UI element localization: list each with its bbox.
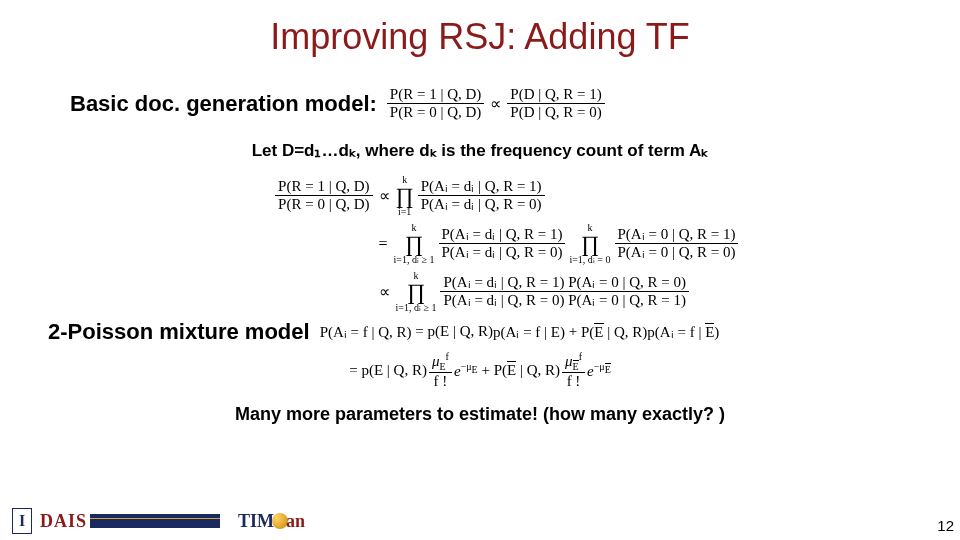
eq1: P(R = 1 | Q, D) P(R = 0 | Q, D) ∝ P(D | … [385, 86, 607, 122]
timan-logo-icon: TIMan [238, 511, 305, 532]
mixture-line: 2-Poisson mixture model P(Aᵢ = f | Q, R)… [48, 319, 960, 345]
mixture-eq2-wrap: = p(E | Q, R) μEf f ! e−μE + P(E | Q, R)… [0, 351, 960, 391]
dais-logo-icon: DAIS [40, 511, 220, 532]
derivation-block: P(R = 1 | Q, D) P(R = 0 | Q, D) ∝ k ∏ i=… [0, 175, 960, 313]
page-number: 12 [937, 517, 954, 534]
mixture-eq2: = p(E | Q, R) μEf f ! e−μE + P(E | Q, R)… [349, 351, 611, 391]
illinois-logo-icon: I [12, 508, 32, 534]
footer-logos: I DAIS TIMan [12, 508, 305, 534]
mixture-label: 2-Poisson mixture model [48, 319, 310, 345]
closing-line: Many more parameters to estimate! (how m… [0, 404, 960, 425]
mixture-eq1: P(Aᵢ = f | Q, R) = p(E | Q, R) p(Aᵢ = f … [320, 323, 720, 341]
basic-model-line: Basic doc. generation model: P(R = 1 | Q… [70, 86, 960, 122]
basic-model-label: Basic doc. generation model: [70, 91, 377, 117]
let-d-line: Let D=d₁…dₖ, where dₖ is the frequency c… [0, 140, 960, 161]
slide-title: Improving RSJ: Adding TF [0, 16, 960, 58]
